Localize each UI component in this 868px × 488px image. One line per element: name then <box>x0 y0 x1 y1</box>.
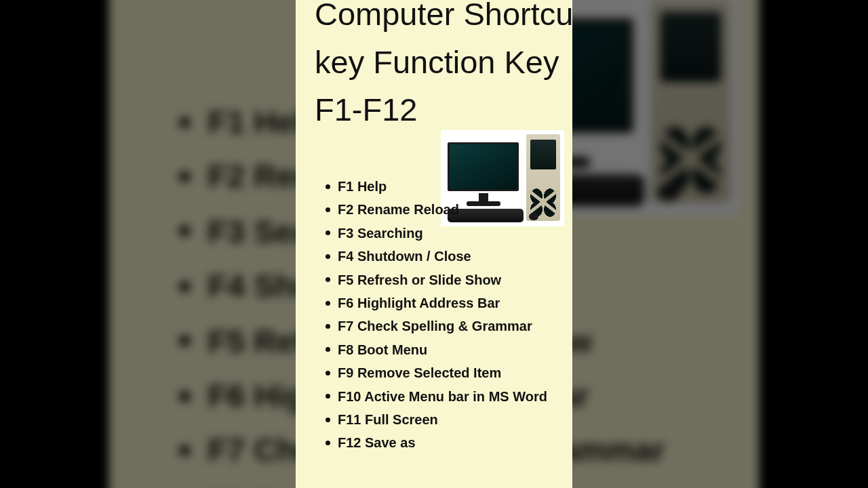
list-item: F2 Rename Reload <box>326 198 572 221</box>
list-item-label: F3 Searching <box>338 222 423 245</box>
mouse-icon <box>657 184 679 201</box>
bullet-icon <box>179 336 190 346</box>
bullet-icon <box>326 184 330 189</box>
list-item-label: F4 Shutdown / Close <box>338 245 471 268</box>
list-item-label: F8 Boot Menu <box>338 338 427 361</box>
bullet-icon <box>179 390 190 401</box>
list-item: F10 Active Menu bar in MS Word <box>326 385 572 408</box>
list-item: F8 Boot Menu <box>326 338 572 361</box>
list-item-label: F6 Highlight Address Bar <box>338 291 500 314</box>
bullet-icon <box>326 207 330 212</box>
list-item-label: F5 Refresh or Slide Show <box>338 268 501 291</box>
list-item: F3 Searching <box>326 222 572 245</box>
list-item: F9 Remove Selected Item <box>326 361 572 384</box>
function-key-list: F1 HelpF2 Rename ReloadF3 SearchingF4 Sh… <box>326 175 572 455</box>
stage: Computer Shortcut key Function Key F1-F1… <box>0 0 868 488</box>
list-item-label: F12 Save as <box>338 431 416 454</box>
list-item-label: F10 Active Menu bar in MS Word <box>338 385 547 408</box>
bullet-icon <box>179 445 190 456</box>
bullet-icon <box>326 301 330 306</box>
list-item: F7 Check Spelling & Grammar <box>326 314 572 338</box>
list-item-label: F2 Rename Reload <box>338 198 459 221</box>
bullet-icon <box>326 324 330 329</box>
bullet-icon <box>326 230 330 235</box>
bullet-icon <box>179 171 190 182</box>
bullet-icon <box>179 226 190 237</box>
list-item: F12 Save as <box>326 431 572 454</box>
bullet-icon <box>326 441 330 445</box>
bullet-icon <box>326 277 330 282</box>
bullet-icon <box>326 347 330 352</box>
list-item: F4 Shutdown / Close <box>326 245 572 268</box>
list-item: F5 Refresh or Slide Show <box>326 268 572 291</box>
bullet-icon <box>326 371 330 375</box>
bullet-icon <box>326 418 330 422</box>
list-item-label: F9 Remove Selected Item <box>338 361 501 384</box>
page-title: Computer Shortcut key Function Key F1-F1… <box>315 0 572 134</box>
list-item-label: F1 Help <box>338 175 387 198</box>
bullet-icon <box>179 117 190 127</box>
list-item-label: F7 Check Spelling & Grammar <box>338 314 532 338</box>
tower-icon <box>651 0 731 203</box>
list-item-label: F11 Full Screen <box>338 408 438 431</box>
list-item: F11 Full Screen <box>326 408 572 431</box>
content-card: Computer Shortcut key Function Key F1-F1… <box>296 0 572 488</box>
bullet-icon <box>179 281 190 291</box>
bullet-icon <box>326 394 330 399</box>
list-item: F1 Help <box>326 175 572 198</box>
list-item: F6 Highlight Address Bar <box>326 291 572 314</box>
bullet-icon <box>326 254 330 259</box>
